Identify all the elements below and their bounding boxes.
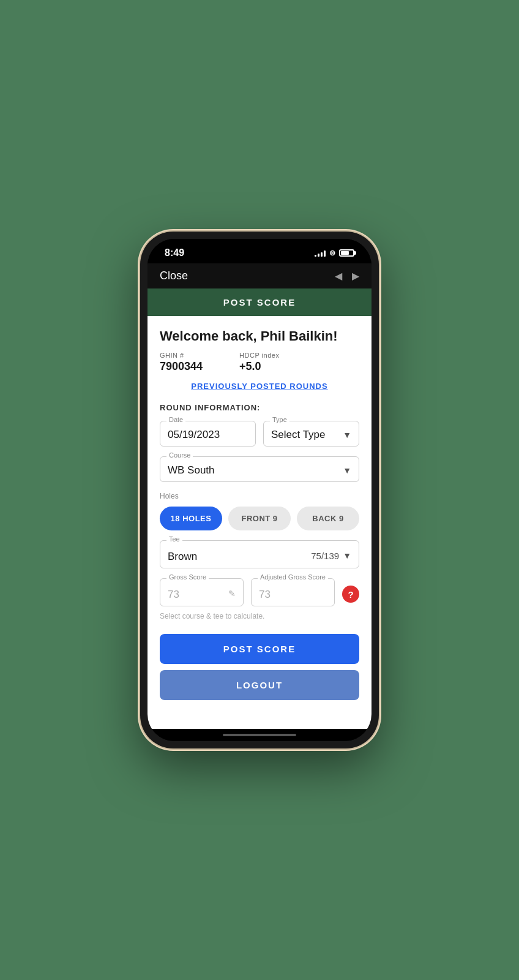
status-icons: ⊜ — [315, 249, 354, 257]
type-field[interactable]: Type Select Type ▼ — [263, 421, 359, 447]
hdcp-label: HDCP index — [239, 352, 279, 359]
gross-score-value: 73 — [168, 586, 179, 601]
action-buttons: POST SCORE LOGOUT — [160, 634, 359, 700]
main-content: Welcome back, Phil Bailkin! GHIN # 79003… — [147, 316, 372, 712]
post-score-button[interactable]: POST SCORE — [160, 634, 359, 664]
home-indicator — [147, 729, 372, 741]
course-field[interactable]: Course WB South ▼ — [160, 456, 359, 482]
section-title: ROUND INFORMATION: — [160, 403, 359, 412]
status-bar: 8:49 ⊜ — [147, 239, 372, 263]
date-type-row: Date 05/19/2023 Type Select Type ▼ — [160, 421, 359, 447]
ghin-value: 7900344 — [160, 360, 203, 372]
holes-18-button[interactable]: 18 HOLES — [160, 507, 222, 530]
edit-icon[interactable]: ✎ — [228, 589, 236, 598]
adj-score-value-row: 73 — [259, 584, 327, 601]
back-arrow-icon[interactable]: ◀ — [335, 270, 342, 282]
holes-label: Holes — [160, 492, 359, 500]
page-title: POST SCORE — [223, 297, 296, 307]
tee-select[interactable]: Brown 75/139 ▼ — [168, 546, 351, 563]
course-label: Course — [166, 451, 193, 459]
scrollable-content: Welcome back, Phil Bailkin! GHIN # 79003… — [147, 316, 372, 729]
holes-back9-button[interactable]: BACK 9 — [297, 507, 359, 530]
type-select[interactable]: Select Type ▼ — [271, 426, 351, 441]
battery-fill — [341, 251, 349, 255]
date-label: Date — [166, 416, 185, 423]
help-icon[interactable]: ? — [342, 586, 359, 603]
round-info-section: ROUND INFORMATION: Date 05/19/2023 Type … — [160, 403, 359, 622]
battery-icon — [339, 249, 354, 257]
status-time: 8:49 — [165, 247, 184, 258]
holes-front9-button[interactable]: FRONT 9 — [228, 507, 291, 530]
gross-score-value-row: 73 ✎ — [168, 584, 236, 601]
tee-field[interactable]: Tee Brown 75/139 ▼ — [160, 540, 359, 568]
course-row: Course WB South ▼ — [160, 456, 359, 482]
user-info: GHIN # 7900344 HDCP index +5.0 — [160, 352, 359, 373]
tee-row: Tee Brown 75/139 ▼ — [160, 540, 359, 568]
phone-inner: 8:49 ⊜ Close ◀ — [147, 239, 372, 741]
holes-section: Holes 18 HOLES FRONT 9 BACK 9 — [160, 492, 359, 530]
nav-bar: Close ◀ ▶ — [147, 263, 372, 288]
holes-buttons: 18 HOLES FRONT 9 BACK 9 — [160, 507, 359, 530]
tee-rating: 75/139 — [311, 551, 339, 561]
hdcp-value: +5.0 — [239, 360, 261, 372]
calc-note: Select course & tee to calculate. — [160, 611, 359, 622]
course-value: WB South — [168, 464, 215, 477]
wifi-icon: ⊜ — [329, 249, 335, 257]
page-header: POST SCORE — [147, 288, 372, 316]
signal-bars-icon — [315, 249, 326, 257]
tee-rating-group: 75/139 ▼ — [311, 551, 351, 561]
prev-rounds-link[interactable]: PREVIOUSLY POSTED ROUNDS — [160, 382, 359, 391]
hdcp-info: HDCP index +5.0 — [239, 352, 279, 373]
logout-button[interactable]: LOGOUT — [160, 670, 359, 700]
welcome-section: Welcome back, Phil Bailkin! GHIN # 79003… — [160, 328, 359, 391]
phone-frame: 8:49 ⊜ Close ◀ — [140, 232, 379, 748]
nav-arrows: ◀ ▶ — [335, 270, 359, 282]
home-bar — [223, 734, 296, 736]
course-chevron-icon: ▼ — [343, 466, 351, 475]
tee-value: Brown — [168, 548, 197, 563]
tee-chevron-icon: ▼ — [343, 551, 351, 560]
course-select[interactable]: WB South ▼ — [168, 462, 351, 477]
ghin-info: GHIN # 7900344 — [160, 352, 203, 373]
type-value: Select Type — [271, 429, 326, 441]
ghin-label: GHIN # — [160, 352, 203, 359]
phone-content: 8:49 ⊜ Close ◀ — [147, 239, 372, 741]
type-chevron-icon: ▼ — [343, 430, 351, 440]
adj-score-value: 73 — [259, 586, 271, 601]
date-value[interactable]: 05/19/2023 — [168, 426, 248, 441]
date-field: Date 05/19/2023 — [160, 421, 256, 447]
score-row: Gross Score 73 ✎ Adjusted Gross Score 73 — [160, 578, 359, 606]
adj-score-field[interactable]: Adjusted Gross Score 73 — [251, 578, 335, 606]
type-label: Type — [270, 416, 289, 423]
welcome-title: Welcome back, Phil Bailkin! — [160, 328, 359, 344]
tee-label: Tee — [166, 535, 182, 543]
gross-score-field[interactable]: Gross Score 73 ✎ — [160, 578, 244, 606]
adj-score-label: Adjusted Gross Score — [258, 573, 328, 581]
gross-score-label: Gross Score — [166, 573, 209, 581]
close-button[interactable]: Close — [160, 270, 188, 282]
forward-arrow-icon[interactable]: ▶ — [352, 270, 359, 282]
